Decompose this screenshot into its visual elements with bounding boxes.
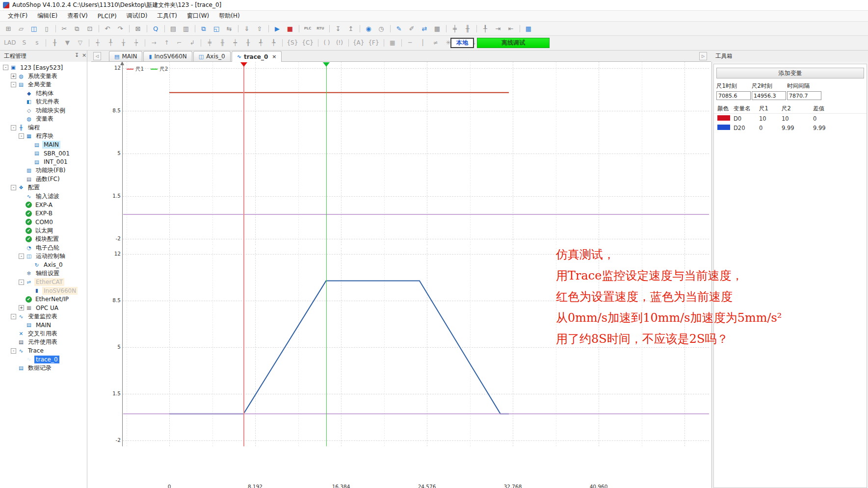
plug-button[interactable]: ╀	[479, 23, 491, 34]
tree-item-program-blocks[interactable]: - ▦ 程序块	[0, 132, 87, 141]
tree-item-project-root[interactable]: - ▣ 123 [Easy523]	[0, 63, 87, 72]
compare-button[interactable]: ≠	[430, 37, 442, 49]
sfc-editor-button[interactable]: S	[18, 37, 30, 49]
count-coil-button[interactable]: {C}	[300, 37, 315, 49]
save-button[interactable]: ◫	[28, 23, 40, 34]
expander-icon[interactable]	[26, 262, 32, 268]
expander-icon[interactable]	[11, 339, 16, 345]
open-button[interactable]: ▱	[15, 23, 27, 34]
cut-button[interactable]: ✂	[58, 23, 70, 34]
expander-icon[interactable]	[19, 245, 24, 251]
undo-button[interactable]: ↶	[102, 23, 113, 34]
contact-fall-button[interactable]: ╄	[267, 37, 279, 49]
tree-item-main[interactable]: ▤ MAIN	[0, 141, 87, 150]
tree-item-input-filter[interactable]: ∿ 输入滤波	[0, 192, 87, 201]
expander-icon[interactable]	[11, 365, 16, 371]
print-button[interactable]: ▤	[167, 23, 179, 34]
tree-item-watch-main[interactable]: ▤ MAIN	[0, 321, 87, 330]
branch-open-button[interactable]: ┽	[92, 37, 104, 49]
menu-edit[interactable]: 编辑(E)	[32, 11, 62, 21]
tree-item-com0[interactable]: ✔ COM0	[0, 218, 87, 227]
link-button[interactable]: ⇆	[223, 23, 235, 34]
tree-item-inosv660n[interactable]: ▮ InoSV660N	[0, 286, 87, 295]
branch-up-button[interactable]: ╀	[105, 37, 116, 49]
tree-item-fb-instance[interactable]: ◇ 功能块实例	[0, 106, 87, 115]
grid-view-button[interactable]: ▦	[523, 23, 534, 34]
tree-item-fc[interactable]: ▤ 函数(FC)	[0, 175, 87, 184]
stop-button[interactable]: ■	[284, 23, 296, 34]
menu-plc[interactable]: PLC(P)	[93, 12, 122, 21]
ruler1-cursor-marker[interactable]	[240, 62, 247, 67]
tab-inosv660n[interactable]: ▮ InoSV660N	[143, 51, 192, 61]
out-coil-button[interactable]: ( )	[321, 37, 333, 49]
align-h-button[interactable]: ╪	[449, 23, 461, 34]
app-instr-button[interactable]: {A}	[351, 37, 366, 49]
compile-button[interactable]: ⇓	[241, 23, 253, 34]
expander-icon[interactable]	[19, 177, 24, 182]
tree-item-axis-0[interactable]: ↻ Axis_0	[0, 261, 87, 270]
expander-icon[interactable]	[19, 219, 24, 225]
contact-p-button[interactable]: ┿	[229, 37, 241, 49]
jump-start-button[interactable]: ⇤	[505, 23, 517, 34]
jump-end-button[interactable]: ⇥	[492, 23, 504, 34]
trace-chart[interactable]: 尺1 尺2 128.551.5-2128.551.5-208,19216,384…	[91, 62, 711, 488]
expander-icon[interactable]	[26, 288, 32, 293]
line-corner-button[interactable]: ⌐	[173, 37, 185, 49]
copy-button[interactable]: ⧉	[71, 23, 83, 34]
expander-icon[interactable]: -	[19, 280, 24, 285]
cascade-windows-button[interactable]: ⧉	[198, 23, 210, 34]
tree-item-watch-tables[interactable]: - ∿ 变量监控表	[0, 312, 87, 321]
expander-icon[interactable]: +	[19, 305, 24, 310]
export-window-button[interactable]: ◱	[210, 23, 222, 34]
expander-icon[interactable]: -	[19, 254, 24, 259]
expander-icon[interactable]: -	[3, 65, 8, 70]
tree-item-programming[interactable]: - ╫ 编程	[0, 124, 87, 132]
tree-item-ecam[interactable]: ◔ 电子凸轮	[0, 244, 87, 253]
tree-item-int-001[interactable]: ▤ INT_001	[0, 158, 87, 167]
line-up-button[interactable]: ↑	[160, 37, 172, 49]
tree-item-global-vars[interactable]: - ▤ 全局变量	[0, 80, 87, 89]
func-instr-button[interactable]: {F}	[367, 37, 380, 49]
ruler2-cursor-marker[interactable]	[323, 62, 330, 67]
menu-file[interactable]: 文件(F)	[3, 11, 32, 21]
tree-item-motion-axes[interactable]: - ◫ 运动控制轴	[0, 252, 87, 261]
paste-button[interactable]: ⊡	[84, 23, 96, 34]
expander-icon[interactable]	[19, 202, 24, 207]
tree-item-config[interactable]: - ❖ 配置	[0, 183, 87, 192]
tab-main[interactable]: ▤ MAIN	[109, 51, 142, 61]
contact-nc-button[interactable]: ╫	[216, 37, 228, 49]
download-plc-button[interactable]: ↧	[332, 23, 344, 34]
expander-icon[interactable]	[19, 91, 24, 96]
tab-close-icon[interactable]: ×	[272, 53, 276, 60]
tree-item-exp-b[interactable]: ✔ EXP-B	[0, 209, 87, 218]
monitor-button[interactable]: ◉	[363, 23, 374, 34]
tree-item-var-table[interactable]: ◍ 变量表	[0, 115, 87, 124]
ruler2-time-field[interactable]	[752, 91, 786, 100]
expander-icon[interactable]	[19, 236, 24, 242]
print-preview-button[interactable]: ▥	[180, 23, 192, 34]
time-interval-field[interactable]	[787, 91, 821, 100]
find-button[interactable]: Q	[150, 23, 161, 34]
plot-set-velocity[interactable]	[123, 62, 709, 245]
menu-tools[interactable]: 工具(T)	[152, 11, 182, 21]
expander-icon[interactable]	[19, 357, 24, 362]
tab-axis-0[interactable]: ◫ Axis_0	[193, 51, 231, 61]
expander-icon[interactable]: -	[11, 348, 16, 354]
tree-item-trace[interactable]: - ∿ Trace	[0, 347, 87, 356]
expander-icon[interactable]: -	[11, 314, 16, 319]
coil-button[interactable]: ▼	[61, 37, 73, 49]
tree-item-usage-table[interactable]: ▤ 元件使用表	[0, 338, 87, 347]
expander-icon[interactable]	[19, 168, 24, 173]
expander-icon[interactable]: -	[11, 125, 16, 130]
expander-icon[interactable]	[26, 151, 32, 156]
expander-icon[interactable]	[19, 228, 24, 233]
plot-actual-velocity[interactable]	[123, 248, 709, 446]
plc-mode-button[interactable]: PLC	[302, 23, 314, 34]
expander-icon[interactable]: -	[11, 185, 16, 190]
clock-button[interactable]: ◷	[375, 23, 387, 34]
ruler1-cursor[interactable]	[243, 63, 244, 446]
save-as-button[interactable]: ▯	[41, 23, 53, 34]
tree-item-ethernet[interactable]: ✔ 以太网	[0, 227, 87, 235]
tab-trace-0[interactable]: ∿ trace_0 ×	[232, 51, 282, 62]
menu-view[interactable]: 查看(V)	[62, 11, 93, 21]
